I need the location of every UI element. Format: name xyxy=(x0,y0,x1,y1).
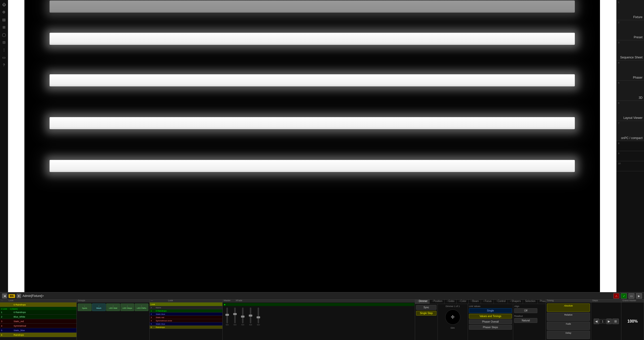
cue-row-staticblue2[interactable]: 5 Static blue xyxy=(150,322,222,326)
single-step-button[interactable]: Single Step xyxy=(416,311,436,316)
fader-knob-2[interactable] xyxy=(233,313,237,315)
playback-active-row[interactable]: Look xyxy=(150,302,222,306)
right-panel-item-4[interactable]: 4 Phaser xyxy=(617,60,644,81)
panel-num-3: 3 xyxy=(618,41,619,44)
group-btn-ledpars[interactable]: 5 LED PARs xyxy=(135,303,148,311)
monitor-icon[interactable]: ▭ xyxy=(1,54,8,61)
right-panel-item-9[interactable]: 9 xyxy=(617,151,644,161)
attribute-section: 1 Dimmer 2 Position 3 Gobo 4 Color 5 Bea… xyxy=(415,298,546,340)
fader-knob-1[interactable] xyxy=(225,314,229,316)
gm-value-display: 100% xyxy=(627,319,638,324)
seq-row-1[interactable]: 1 6 Raindrops xyxy=(0,310,76,315)
seq-row-5[interactable]: 5 Static_blue xyxy=(0,328,76,333)
cue-header-col1: # xyxy=(151,307,156,309)
panel-num-4: 4 xyxy=(618,61,619,64)
prog-active-indicator: ■ xyxy=(223,303,414,306)
tab-label-control: Control xyxy=(497,300,505,302)
link-values-text: Link Values xyxy=(469,305,480,308)
group-num-5: 5 xyxy=(141,305,142,307)
seq-name-2: Blue_White xyxy=(14,316,44,318)
cmd-nav-icon[interactable]: ◀ xyxy=(2,293,7,298)
tab-num-8: 8 xyxy=(510,300,511,302)
fader-track-4 xyxy=(250,308,251,323)
seq-row-active[interactable]: 6 Raindrops xyxy=(0,302,76,307)
group-btn-spots[interactable]: 1 Spots xyxy=(78,303,92,311)
fixture-sheet-body: 6 Raindrops 1 Look 1 [Open] 1 6 Raindrop… xyxy=(0,302,76,340)
fader-track-ledsteps: 528 xyxy=(247,308,254,326)
cmd-monitor-btn[interactable]: ▭ xyxy=(628,293,634,299)
gm-body: 100% xyxy=(621,302,644,340)
link-phaser-area: Link Values Single Values and Timings Ph… xyxy=(468,304,513,340)
group-label-spots: Spots xyxy=(82,307,87,309)
readout-natural-btn[interactable]: Natural xyxy=(514,318,537,323)
group-num-4: 4 xyxy=(127,305,128,307)
align-off-btn[interactable]: Off xyxy=(514,308,537,313)
group-btn-ledsteps[interactable]: 4 LED Steps xyxy=(120,303,134,311)
right-panel-item-10[interactable]: 10 xyxy=(617,161,644,171)
seq-row-6[interactable]: 6 Raindrops xyxy=(0,333,76,337)
single-btn[interactable]: Single xyxy=(469,308,512,313)
layout-icon[interactable]: ▤ xyxy=(1,16,8,23)
fader-knob-4[interactable] xyxy=(249,315,252,317)
cue-col1-staticblue2: 5 xyxy=(151,323,156,325)
fader-knob-5[interactable] xyxy=(257,316,260,318)
timing-relative-btn[interactable]: Relative xyxy=(547,313,590,321)
cmd-arrow-right-btn[interactable]: ▶ xyxy=(636,293,642,299)
grid-icon[interactable]: ⋮ xyxy=(1,46,8,53)
panel-num-7: 7 xyxy=(618,122,619,124)
right-panel-item-3[interactable]: 3 Sequence Sheet xyxy=(617,40,644,60)
right-panel-item-7[interactable]: 7 onPC / compact xyxy=(617,121,644,141)
group-label-ledsteps: LED Steps xyxy=(123,307,132,309)
timing-fade-btn[interactable]: Fade xyxy=(547,322,590,330)
timing-absolute-btn[interactable]: Absolute xyxy=(547,303,590,312)
right-panel-item-2[interactable]: 2 Preset xyxy=(617,20,644,40)
seq-name-6: Raindrops xyxy=(14,334,44,336)
seq-cell-1: 1 xyxy=(1,311,14,314)
power-icon[interactable]: ⏻ xyxy=(1,1,8,8)
fader-label-ledsteps: 528 xyxy=(249,324,252,326)
right-panel-item-5[interactable]: 5 3D xyxy=(617,81,644,101)
dimmer-icon: ✤ xyxy=(451,314,455,320)
light-bar-4 xyxy=(50,117,575,129)
faders-icon[interactable]: ⊞ xyxy=(1,24,8,31)
right-panel-item-6[interactable]: 6 Layout Viewer xyxy=(617,101,644,121)
fader-track-5 xyxy=(258,308,259,323)
right-panel-item-8[interactable]: 8 xyxy=(617,141,644,151)
group-btn-wash[interactable]: 2 Wash xyxy=(92,303,106,311)
phaser-overall-btn[interactable]: Phaser Overall xyxy=(469,319,512,324)
panel-label-4: Phaser xyxy=(633,76,642,79)
help-icon[interactable]: ? xyxy=(1,61,8,69)
settings-icon[interactable]: ⚙ xyxy=(1,9,8,16)
cue-row-raindrops2[interactable]: 6 Raindrops xyxy=(150,326,222,329)
seq-row-3[interactable]: 3 Static_red xyxy=(0,319,76,324)
values-timings-btn[interactable]: Values and Timings xyxy=(469,314,512,319)
cue-row-symm[interactable]: 4 Symmetrical circle xyxy=(150,319,222,322)
cue-row-staticblue[interactable]: 2 Static blue xyxy=(150,313,222,316)
step-prev-btn[interactable]: ◀ xyxy=(594,319,599,324)
cue-row-staticred[interactable]: 3 Static red xyxy=(150,316,222,319)
tab-num-3: 3 xyxy=(447,300,448,302)
main-container: ⏻ ⚙ ▤ ⊞ ◯ ⊟ ⋮ ▭ ? ⊞ At ⍖ xyxy=(0,0,644,340)
channels-icon[interactable]: ⊟ xyxy=(1,39,8,46)
fader-track-ledwall: 504 xyxy=(239,308,246,326)
seq-row-2[interactable]: 2 Blue_White xyxy=(0,315,76,319)
tab-num-7: 7 xyxy=(496,300,497,302)
phaser-steps-btn[interactable]: Phaser Steps xyxy=(469,325,512,330)
step-next-btn[interactable]: ▶ xyxy=(606,319,612,324)
user-icon[interactable]: ◯ xyxy=(1,31,8,38)
seq-row-4[interactable]: 4 Symmetrical xyxy=(0,324,76,328)
sync-button[interactable]: Sync xyxy=(416,305,436,310)
fader-knob-3[interactable] xyxy=(241,316,245,318)
step-all-btn[interactable]: ⊞ xyxy=(612,319,619,324)
group-btn-ledwall[interactable]: 3 LED Wall xyxy=(106,303,120,311)
fader-track-ledpars: 520 xyxy=(255,308,262,326)
seq-section-label: 1 Look xyxy=(0,308,8,310)
right-panel-item-1[interactable]: 1 Fixture xyxy=(617,0,644,20)
cue-row-raindrops[interactable]: 1 6 Raindrops xyxy=(150,309,222,313)
cmd-green-btn[interactable]: ✓ xyxy=(621,293,627,299)
light-bar-2 xyxy=(50,33,575,45)
white-bar-left xyxy=(8,0,24,340)
timing-delay-btn[interactable]: Delay xyxy=(547,331,590,339)
panel-num-2: 2 xyxy=(618,21,619,24)
cmd-warn-btn[interactable]: ⚠ xyxy=(613,293,619,299)
